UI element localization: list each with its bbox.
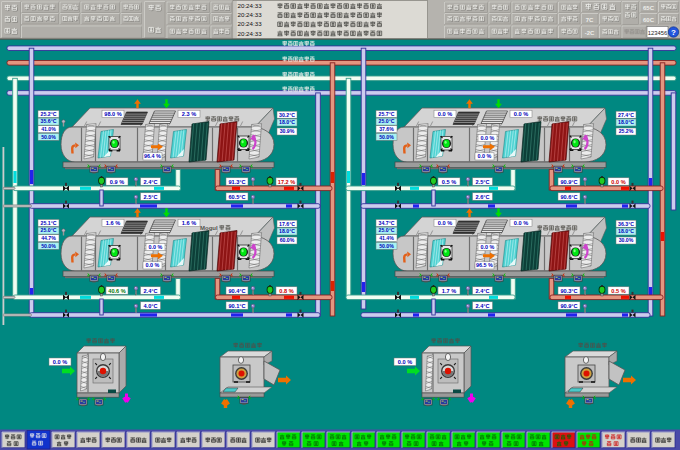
svg-text:0.0 %: 0.0 % <box>514 220 528 226</box>
svg-text:1.6 %: 1.6 % <box>106 220 120 226</box>
svg-text:90.1°C: 90.1°C <box>228 303 245 309</box>
svg-text:2.5°C: 2.5°C <box>143 194 157 200</box>
svg-text:25.0°C: 25.0°C <box>379 227 395 233</box>
svg-text:2.4°C: 2.4°C <box>475 288 489 294</box>
svg-text:25.2%: 25.2% <box>619 128 634 134</box>
svg-text:2.4°C: 2.4°C <box>475 303 489 309</box>
svg-text:25.2°C: 25.2°C <box>41 111 57 117</box>
svg-text:0.8 %: 0.8 % <box>279 288 293 294</box>
svg-text:18.0°C: 18.0°C <box>618 228 634 234</box>
svg-text:Mogul: Mogul <box>200 225 218 231</box>
svg-text:20:24:33: 20:24:33 <box>238 2 263 9</box>
svg-text:7C: 7C <box>586 17 594 23</box>
svg-text:4.0°C: 4.0°C <box>143 303 157 309</box>
svg-text:25.0°C: 25.0°C <box>379 118 395 124</box>
svg-text:60C: 60C <box>643 17 655 23</box>
svg-text:50.0%: 50.0% <box>379 243 394 249</box>
svg-text:0.0 %: 0.0 % <box>438 111 452 117</box>
svg-text:40.6 %: 40.6 % <box>108 288 125 294</box>
svg-text:50.0%: 50.0% <box>379 134 394 140</box>
svg-text:2.3 %: 2.3 % <box>182 111 196 117</box>
svg-text:30.0%: 30.0% <box>619 237 634 243</box>
svg-text:2.6°C: 2.6°C <box>475 194 489 200</box>
svg-text:96.5 %: 96.5 % <box>476 262 493 268</box>
svg-text:0.0 %: 0.0 % <box>481 135 495 141</box>
svg-text:25.0°C: 25.0°C <box>41 227 57 233</box>
svg-text:35.6°C: 35.6°C <box>41 118 57 124</box>
svg-text:90.3°C: 90.3°C <box>560 288 577 294</box>
svg-text:90.9°C: 90.9°C <box>560 179 577 185</box>
svg-text:-2C: -2C <box>585 30 595 36</box>
svg-text:0.0 %: 0.0 % <box>53 359 67 365</box>
svg-text:1.6 %: 1.6 % <box>182 220 196 226</box>
svg-text:91.3°C: 91.3°C <box>228 179 245 185</box>
svg-text:90.6°C: 90.6°C <box>560 194 577 200</box>
svg-text:1.7 %: 1.7 % <box>442 288 456 294</box>
svg-text:18.0°C: 18.0°C <box>279 119 295 125</box>
svg-text:0.0 %: 0.0 % <box>481 244 495 250</box>
svg-text:18.0°C: 18.0°C <box>279 228 295 234</box>
svg-text:0.0 %: 0.0 % <box>514 111 528 117</box>
svg-text:2.4°C: 2.4°C <box>143 288 157 294</box>
svg-text:2.4°C: 2.4°C <box>143 179 157 185</box>
svg-text:0.0 %: 0.0 % <box>478 153 492 159</box>
svg-text:37.6%: 37.6% <box>379 126 394 132</box>
svg-text:17.2 %: 17.2 % <box>278 179 295 185</box>
svg-text:65C: 65C <box>643 5 655 11</box>
svg-text:41.0%: 41.0% <box>41 126 56 132</box>
svg-text:60.0%: 60.0% <box>280 237 295 243</box>
svg-text:0.0 %: 0.0 % <box>398 359 412 365</box>
svg-text:50.0%: 50.0% <box>41 243 56 249</box>
svg-text:60.5°C: 60.5°C <box>228 194 245 200</box>
svg-text:98.0 %: 98.0 % <box>104 111 121 117</box>
svg-text:20:24:33: 20:24:33 <box>238 20 263 27</box>
svg-text:41.4%: 41.4% <box>379 235 394 241</box>
svg-text:90.4°C: 90.4°C <box>228 288 245 294</box>
svg-text:2.5°C: 2.5°C <box>475 179 489 185</box>
svg-text:30.2°C: 30.2°C <box>279 112 295 118</box>
svg-text:18.0°C: 18.0°C <box>618 119 634 125</box>
svg-text:50.0%: 50.0% <box>41 134 56 140</box>
svg-text:25.1°C: 25.1°C <box>41 220 57 226</box>
svg-text:44.7%: 44.7% <box>41 235 56 241</box>
svg-text:25.7°C: 25.7°C <box>379 111 395 117</box>
svg-text:0.0 %: 0.0 % <box>611 179 625 185</box>
svg-text:0.0 %: 0.0 % <box>438 220 452 226</box>
svg-text:20:24:33: 20:24:33 <box>238 30 263 37</box>
svg-text:30.9%: 30.9% <box>280 128 295 134</box>
svg-text:0.0 %: 0.0 % <box>146 262 160 268</box>
svg-text:0.5 %: 0.5 % <box>442 179 456 185</box>
svg-text:?: ? <box>671 28 676 37</box>
svg-text:0.0 %: 0.0 % <box>149 244 163 250</box>
svg-text:90.9°C: 90.9°C <box>560 303 577 309</box>
svg-text:123456: 123456 <box>648 30 667 36</box>
svg-text:34.7°C: 34.7°C <box>379 220 395 226</box>
svg-text:0.5 %: 0.5 % <box>611 288 625 294</box>
svg-text:27.4°C: 27.4°C <box>618 112 634 118</box>
svg-text:20:24:33: 20:24:33 <box>238 11 263 18</box>
svg-text:36.3°C: 36.3°C <box>618 221 634 227</box>
svg-text:17.6°C: 17.6°C <box>279 221 295 227</box>
svg-text:0.9 %: 0.9 % <box>110 179 124 185</box>
svg-text:96.4 %: 96.4 % <box>144 153 161 159</box>
